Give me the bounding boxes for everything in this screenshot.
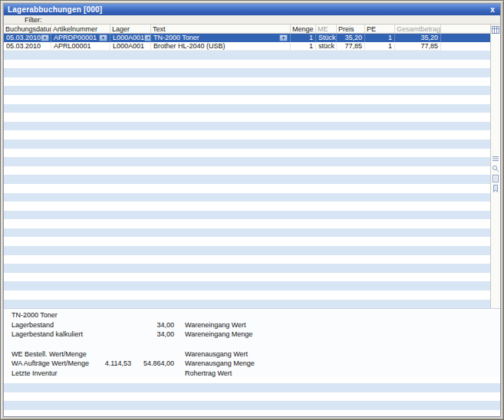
- summary-right-value: [285, 320, 323, 330]
- magnifier-icon[interactable]: [492, 164, 500, 173]
- empty-row: [4, 300, 490, 308]
- cell-value: TN-2000 Toner: [153, 34, 199, 42]
- cell-value: 77,85: [420, 42, 438, 51]
- cell-buchungsdatum[interactable]: 05.03.2010: [4, 42, 51, 51]
- summary-right-value: [285, 330, 323, 340]
- table-row[interactable]: 05.03.2010▼APRDP00001▼L000A001▼TN-2000 T…: [4, 34, 490, 42]
- cell-value: 1: [388, 42, 392, 51]
- cell-text[interactable]: TN-2000 Toner▼: [151, 34, 291, 42]
- summary-right-label: [185, 340, 285, 349]
- cell-menge[interactable]: 1: [291, 34, 316, 42]
- column-header-lager[interactable]: Lager: [110, 25, 151, 33]
- window-content: Lagerabbuchungen [000] x Filter: Buchung…: [3, 3, 501, 417]
- cell-pe[interactable]: 1: [365, 34, 395, 42]
- summary-right-value: [285, 349, 323, 359]
- empty-row: [4, 246, 490, 255]
- bottom-stripe: [4, 377, 500, 383]
- cell-artikelnummer[interactable]: APRL00001: [51, 42, 110, 51]
- column-header-gesamtbetrag[interactable]: Gesamtbetrag: [395, 25, 441, 33]
- column-header-me[interactable]: ME: [316, 25, 337, 33]
- empty-row: [4, 95, 490, 104]
- cell-preis[interactable]: 35,20: [337, 34, 365, 42]
- summary-right-value: [285, 359, 323, 369]
- summary-value-1: [96, 320, 131, 330]
- bookmark-icon[interactable]: [492, 184, 500, 193]
- summary-product: TN-2000 Toner: [12, 310, 500, 320]
- empty-row: [4, 113, 490, 122]
- cell-me[interactable]: Stück: [316, 34, 337, 42]
- cell-gesamtbetrag[interactable]: 35,20: [395, 34, 441, 42]
- summary-value-2: [131, 349, 174, 359]
- empty-row: [4, 193, 490, 202]
- summary-label: WA Aufträge Wert/Menge: [12, 359, 96, 369]
- empty-row: [4, 281, 490, 290]
- empty-row: [4, 51, 490, 60]
- table-row[interactable]: 05.03.2010APRL00001L000A001Brother HL-20…: [4, 42, 490, 51]
- summary-value-2: 34,00: [131, 330, 174, 340]
- empty-row: [4, 290, 490, 300]
- summary-value-1: [96, 349, 131, 359]
- cell-value: APRDP00001: [54, 34, 97, 42]
- summary-value-2: [131, 369, 174, 377]
- summary-right-label: Warenausgang Menge: [185, 359, 285, 369]
- cell-preis[interactable]: 77,85: [337, 42, 365, 51]
- empty-row: [4, 130, 490, 139]
- empty-row: [4, 255, 490, 264]
- summary-right-value: [285, 369, 323, 377]
- column-chooser-icon[interactable]: [492, 25, 500, 34]
- document-icon[interactable]: [492, 174, 500, 183]
- cell-me[interactable]: stück: [316, 42, 337, 51]
- empty-row: [4, 211, 490, 220]
- empty-row: [4, 166, 490, 176]
- summary-label: Letzte Inventur: [12, 369, 96, 377]
- cell-value: APRL00001: [54, 42, 91, 51]
- dropdown-button[interactable]: ▼: [144, 34, 151, 41]
- summary-right-value: [285, 340, 323, 349]
- column-header-buchungsdatum[interactable]: Buchungsdatum: [4, 25, 51, 33]
- cell-pe[interactable]: 1: [365, 42, 395, 51]
- dropdown-button[interactable]: ▼: [279, 34, 288, 41]
- cell-value: 05.03.2010: [6, 42, 41, 51]
- summary-right-label: Warenausgang Wert: [185, 349, 285, 359]
- cell-lager[interactable]: L000A001▼: [110, 34, 151, 42]
- cell-value: 77,85: [344, 42, 362, 51]
- cell-buchungsdatum[interactable]: 05.03.2010▼: [4, 34, 51, 42]
- summary-rows: Lagerbestand34,00Wareneingang WertLagerb…: [12, 320, 500, 377]
- title-bar[interactable]: Lagerabbuchungen [000] x: [4, 4, 500, 15]
- cell-gesamtbetrag[interactable]: 77,85: [395, 42, 441, 51]
- cell-menge[interactable]: 1: [291, 42, 316, 51]
- summary-label: Lagerbestand: [12, 320, 96, 330]
- app-window: Lagerabbuchungen [000] x Filter: Buchung…: [0, 0, 504, 420]
- column-header-text[interactable]: Text: [151, 25, 291, 33]
- empty-row: [4, 139, 490, 149]
- cell-text[interactable]: Brother HL-2040 (USB): [151, 42, 291, 51]
- data-grid: BuchungsdatumArtikelnummerLagerTextMenge…: [4, 25, 500, 308]
- column-header-preis[interactable]: Preis: [337, 25, 365, 33]
- summary-row: WE Bestell. Wert/MengeWarenausgang Wert: [12, 349, 500, 359]
- list-icon[interactable]: [492, 154, 500, 163]
- cell-artikelnummer[interactable]: APRDP00001▼: [51, 34, 110, 42]
- column-header-menge[interactable]: Menge: [291, 25, 316, 33]
- close-icon[interactable]: x: [489, 6, 496, 14]
- cell-value: L000A001: [113, 34, 144, 42]
- summary-right-label: Rohertrag Wert: [185, 369, 285, 377]
- cell-value: L000A001: [113, 42, 144, 51]
- summary-label: [12, 340, 96, 349]
- summary-row: Lagerbestand34,00Wareneingang Wert: [12, 320, 500, 330]
- bottom-stripe: [4, 383, 500, 392]
- bottom-stripe: [4, 401, 500, 410]
- column-header-pe[interactable]: PE: [365, 25, 395, 33]
- dropdown-button[interactable]: ▼: [99, 34, 107, 41]
- empty-row: [4, 184, 490, 193]
- summary-row: WA Aufträge Wert/Menge4.114,5354.864,00W…: [12, 359, 500, 369]
- header-filler: [441, 25, 490, 33]
- dropdown-button[interactable]: ▼: [41, 34, 49, 41]
- empty-row: [4, 157, 490, 166]
- cell-value: 05.03.2010: [6, 34, 41, 42]
- empty-row: [4, 122, 490, 131]
- summary-row: Lagerbestand kalkuliert34,00Wareneingang…: [12, 330, 500, 340]
- cell-lager[interactable]: L000A001: [110, 42, 151, 51]
- cell-value: 35,20: [344, 34, 362, 42]
- column-header-artikelnummer[interactable]: Artikelnummer: [51, 25, 110, 33]
- summary-right-label: Wareneingang Wert: [185, 320, 285, 330]
